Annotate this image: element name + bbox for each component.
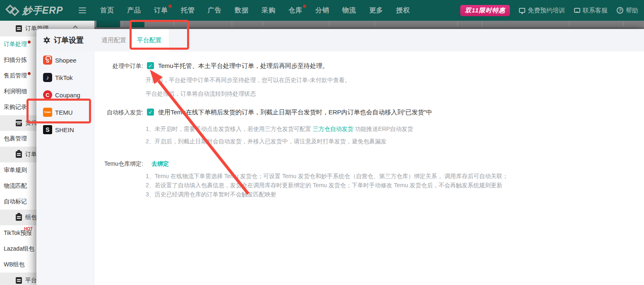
platform-label: Shopee [55, 57, 77, 64]
processing-orders-checkbox[interactable]: ✓ [147, 62, 154, 69]
navbar-right: 双11限时特惠 免费预约培训 联系客服 ? 帮助 [460, 0, 638, 21]
dialog-title-text: 订单设置 [54, 35, 84, 45]
platform-icon-glyph: S [46, 126, 49, 133]
nav-menu-label: 数据 [235, 7, 249, 14]
tab-general-config[interactable]: 通用配置 [98, 29, 130, 51]
platform-item[interactable]: S Shopee [36, 51, 94, 69]
platform-label: Coupang [55, 92, 80, 99]
training-label: 免费预约培训 [528, 7, 565, 14]
platform-item[interactable]: TEMU TEMU [36, 104, 94, 121]
nav-menu-item[interactable]: 广告 [208, 6, 222, 15]
auto-move-text: 使用Temu在线下单稍后发货的订单，到截止日期平台发货时，ERP内订单也会自动移… [158, 109, 433, 116]
main-menu: 首页 产品 订单 托管 广告 [100, 6, 410, 15]
sidebar-item-label: Lazada组包 [4, 245, 34, 253]
gear-icon [43, 36, 50, 44]
sidebar-group-icon [16, 277, 22, 284]
platform-icon-glyph: TEMU [44, 111, 51, 114]
sidebar-item-label: WB组包 [4, 261, 25, 268]
nav-menu-item[interactable]: 授权 [396, 6, 410, 15]
nav-menu-label: 分销 [315, 7, 329, 14]
platform-label: TikTok [55, 74, 73, 81]
help-label: 帮助 [626, 7, 638, 14]
platform-icon-glyph: S [46, 58, 49, 64]
auto-move-note-1-suffix: 功能推送ERP自动发货 [353, 126, 413, 132]
nav-menu-item[interactable]: 产品 [127, 6, 141, 15]
go-bind-link[interactable]: 去绑定 [151, 160, 169, 168]
platform-list: S Shopee ♪ TikTok C Coupang [36, 51, 94, 285]
hot-badge: HOT [24, 227, 33, 231]
nav-menu-item[interactable]: 订单 [154, 6, 168, 15]
logo-icon [5, 4, 20, 17]
platform-icon: ♪ [43, 73, 52, 82]
platform-item[interactable]: ♪ TikTok [36, 69, 94, 86]
sidebar-group-icon [16, 25, 22, 32]
background-active-tab [96, 21, 120, 27]
nav-menu-label: 广告 [208, 7, 222, 14]
nav-menu-label: 更多 [369, 7, 383, 14]
nav-menu-item[interactable]: 首页 [100, 6, 114, 15]
promo-badge[interactable]: 双11限时特惠 [460, 5, 510, 16]
nav-menu-label: 托管 [181, 7, 195, 14]
nav-menu-item[interactable]: 物流 [342, 6, 356, 15]
presentation-icon [519, 8, 525, 13]
logo-text: 妙手ERP [22, 4, 63, 17]
nav-menu-label: 采购 [262, 7, 276, 14]
warehouse-note-3: 3、历史已经调用仓库的订单暂时不会触发匹配映射 [146, 191, 276, 198]
processing-orders-label: 处理中订单: [94, 63, 143, 70]
nav-menu-label: 物流 [342, 7, 356, 14]
warehouse-note-2: 2、若设置了自动填入包裹信息，发货仓在调用库存时更新绑定的 Temu 发货仓；下… [146, 182, 502, 189]
auto-move-note-1-prefix: 1、未开启时，需要手动点击发货移入，若使用三方仓发货可配置 [146, 126, 313, 132]
top-navbar: 妙手ERP 首页 产品 订单 托 [0, 0, 644, 21]
processing-orders-text: Temu半托管、本土平台处理中订单，处理后再同步至待处理。 [158, 62, 329, 70]
nav-menu-item[interactable]: 数据 [235, 6, 249, 15]
platform-item[interactable]: C Coupang [36, 86, 94, 104]
auto-move-checkbox[interactable]: ✓ [147, 109, 154, 116]
sidebar-item-label: 采购记录 [4, 104, 27, 111]
platform-icon: TEMU [43, 108, 52, 117]
nav-menu-item[interactable]: 更多 [369, 6, 383, 15]
nav-menu-item[interactable]: 分销 [315, 6, 329, 15]
sidebar-item-label: 包裹管理 [4, 135, 27, 142]
platform-icon: C [43, 90, 52, 99]
platform-icon-glyph: ♪ [46, 74, 49, 81]
sidebar-item-label: 审单规则 [4, 167, 27, 174]
dialog-header: 订单设置 通用配置 平台配置 [36, 29, 644, 51]
nav-menu-item[interactable]: 托管 [181, 6, 195, 15]
support-button[interactable]: 联系客服 [574, 7, 608, 14]
auto-move-note-2: 2、开启后，到截止日期时会自动发货，并移入已发货中，请注意及时打单发货，避免包裹… [146, 138, 387, 145]
warehouse-note-1: 1、Temu 在线物流下单需选择 Temu 发货仓；可设置 Temu 发货仓和妙… [146, 173, 508, 180]
nav-menu-label: 产品 [127, 7, 141, 14]
nav-menu-item[interactable]: 仓库 [288, 6, 303, 15]
platform-icon: S [43, 125, 52, 134]
sidebar-item-label: 自动标记 [4, 198, 27, 205]
chat-icon [574, 8, 580, 13]
help-icon: ? [617, 7, 623, 14]
sidebar-group-icon [16, 214, 22, 221]
sidebar-item-label: 利润明细 [4, 88, 27, 95]
notification-dot [28, 72, 31, 75]
sidebar-item-label: 物流匹配 [4, 182, 27, 190]
dialog-title: 订单设置 [43, 35, 84, 45]
tab-platform-config[interactable]: 平台配置 [130, 29, 169, 51]
app-logo[interactable]: 妙手ERP [5, 4, 67, 17]
background-tab-bar [94, 21, 644, 27]
background-tab-fragment [130, 21, 144, 27]
help-button[interactable]: ? 帮助 [617, 7, 638, 14]
sidebar-group-icon [16, 151, 22, 158]
notification-dot [28, 41, 31, 43]
page: 妙手ERP 首页 产品 订单 托 [0, 0, 644, 285]
processing-note-2: 平台处理后，订单将自动流转到待处理状态 [146, 90, 256, 98]
support-label: 联系客服 [583, 7, 608, 14]
warehouse-binding-label: Temu仓库绑定: [94, 160, 143, 168]
training-button[interactable]: 免费预约培训 [519, 7, 565, 14]
platform-label: TEMU [55, 109, 73, 116]
menu-toggle-icon[interactable] [79, 7, 86, 13]
processing-note-1: 开启后，平台处理中订单不再同步至待处理，您可以在历史订单-未付款中查看。 [146, 77, 351, 84]
nav-menu-item[interactable]: 采购 [262, 6, 276, 15]
sidebar-item-label: 订单处理 [4, 41, 27, 48]
auto-move-note-1: 1、未开启时，需要手动点击发货移入，若使用三方仓发货可配置 三方仓自动发货 功能… [146, 126, 413, 133]
third-party-auto-ship-link[interactable]: 三方仓自动发货 [313, 126, 353, 132]
platform-item[interactable]: S SHEIN [36, 121, 94, 138]
nav-menu-label: 首页 [100, 7, 114, 14]
platform-config-content: 处理中订单: ✓ Temu半托管、本土平台处理中订单，处理后再同步至待处理。 开… [94, 51, 644, 285]
